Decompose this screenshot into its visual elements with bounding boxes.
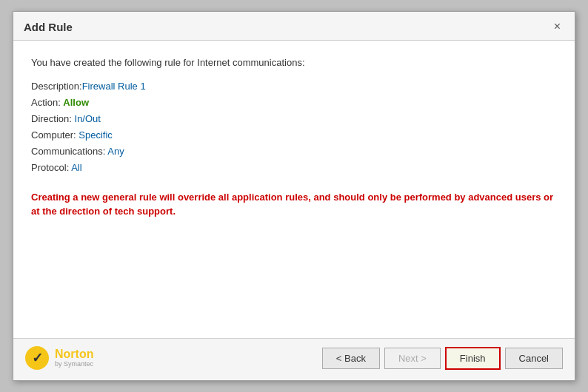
footer-buttons: < Back Next > Finish Cancel: [322, 347, 563, 370]
protocol-value: All: [71, 162, 81, 173]
close-button[interactable]: ×: [550, 19, 564, 34]
action-label: Action:: [31, 97, 63, 108]
direction-row: Direction: In/Out: [31, 111, 557, 127]
action-row: Action: Allow: [31, 95, 557, 111]
back-button[interactable]: < Back: [322, 348, 380, 369]
protocol-row: Protocol: All: [31, 160, 557, 176]
warning-text: Creating a new general rule will overrid…: [31, 190, 557, 219]
norton-sub-label: by Symantec: [55, 361, 93, 368]
dialog-titlebar: Add Rule ×: [13, 12, 575, 41]
rule-details: Description:Firewall Rule 1 Action: Allo…: [31, 78, 557, 177]
direction-value: In/Out: [75, 113, 101, 124]
norton-checkmark-icon: ✓: [25, 346, 49, 370]
intro-text: You have created the following rule for …: [31, 57, 557, 68]
communications-value: Any: [107, 146, 124, 157]
communications-label: Communications:: [31, 146, 107, 157]
dialog-content: You have created the following rule for …: [13, 41, 575, 338]
add-rule-dialog: Add Rule × You have created the followin…: [13, 11, 575, 381]
computer-value: Specific: [78, 129, 113, 141]
description-value: Firewall Rule 1: [82, 81, 146, 92]
communications-row: Communications: Any: [31, 143, 557, 160]
action-value: Allow: [63, 97, 89, 108]
dialog-footer: ✓ Norton by Symantec < Back Next > Finis…: [13, 338, 575, 380]
norton-logo: ✓ Norton by Symantec: [25, 346, 93, 370]
dialog-title: Add Rule: [24, 21, 73, 33]
computer-label: Computer:: [31, 129, 78, 141]
description-row: Description:Firewall Rule 1: [31, 78, 557, 95]
norton-text: Norton by Symantec: [55, 348, 93, 368]
finish-button[interactable]: Finish: [445, 347, 501, 370]
protocol-label: Protocol:: [31, 162, 71, 173]
next-button[interactable]: Next >: [384, 348, 441, 369]
description-label: Description:: [31, 81, 82, 92]
cancel-button[interactable]: Cancel: [505, 348, 563, 369]
computer-row: Computer: Specific: [31, 127, 557, 143]
direction-label: Direction:: [31, 113, 75, 124]
norton-brand-label: Norton: [55, 348, 93, 361]
